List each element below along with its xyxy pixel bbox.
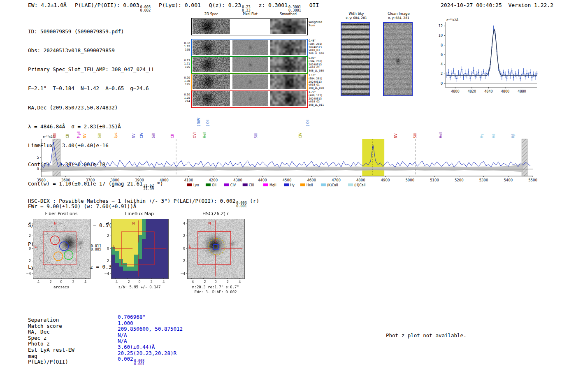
svg-text:4000: 4000 [160, 178, 169, 182]
svg-text:Lineflux Map: Lineflux Map [125, 211, 154, 216]
svg-text:s/b: 5.95 +/- 0.147: s/b: 5.95 +/- 0.147 [118, 285, 161, 289]
with-sky-title: With Sky [339, 12, 373, 16]
fiber-annotation-line: 20240513 [309, 97, 330, 100]
fiber-annotation-line: 308_LL_030 [309, 86, 330, 90]
svg-text:Lyα: Lyα [114, 132, 118, 138]
svg-text:0: 0 [29, 247, 31, 251]
svg-text:−4: −4 [189, 280, 194, 284]
svg-text:e⁻¹⁷x2Å: e⁻¹⁷x2Å [446, 18, 459, 22]
cutout-row-annotation: 0.95"(684, 281)20240513v018_02308_LL_030 [309, 56, 330, 72]
plae-poii-value: P(LAE)/P(OII): 0.0030.0050.002 [75, 2, 151, 8]
svg-text:−2: −2 [180, 259, 185, 263]
svg-text:0: 0 [37, 167, 39, 171]
fiber-weight-value: 0.32 [176, 42, 190, 45]
cutout-row-border [191, 56, 308, 74]
match-table-row: mag20.25(20.23,20.28)R [28, 353, 183, 359]
fiber-weight-value: 195 [176, 48, 190, 51]
weighted-sum-label-line: Weighted [309, 21, 328, 24]
svg-text:N: N [208, 221, 211, 225]
2d-spec-image [193, 74, 230, 89]
svg-text:−4: −4 [35, 280, 39, 284]
svg-text:EWr: 3. PLAE: 0.002: EWr: 3. PLAE: 0.002 [195, 290, 237, 294]
line-fit-plot: 02468101248004820484048604880e⁻¹⁷x2Å [424, 16, 547, 99]
cutout-row-annotation: 1.75"(488, 112)20240513v018_02308_LL_011 [309, 90, 330, 107]
fiber-annotation-line: v018_02 [309, 66, 330, 69]
fiber-positions-overlay: Fiber Positions−4−4−2−2002244arcsecsNE [25, 209, 99, 299]
svg-text:CII: CII [171, 134, 174, 138]
svg-text:4: 4 [163, 280, 165, 284]
fiber-annotation-line: 0.46" [309, 39, 330, 42]
svg-text:4: 4 [107, 222, 109, 225]
svg-text:( SiIV: ( SiIV [197, 118, 201, 126]
fiber-annotation-line: 20240513 [309, 63, 330, 66]
svg-text:5400: 5400 [504, 178, 513, 182]
svg-text:Hδ: Hδ [492, 134, 496, 138]
weighted-sum-label-line: Sum [309, 24, 328, 27]
svg-text:SiII: SiII [152, 133, 156, 138]
svg-text:( OII: ( OII [306, 119, 310, 126]
svg-text:4860: 4860 [501, 90, 509, 93]
match-table-label: Match score [28, 323, 118, 329]
match-table-row: Separation0.706968" [28, 317, 183, 323]
svg-text:10: 10 [35, 144, 39, 148]
svg-text:−2: −2 [47, 280, 52, 284]
svg-text:0: 0 [107, 247, 109, 251]
svg-text:5100: 5100 [430, 178, 439, 182]
svg-text:4100: 4100 [184, 178, 193, 182]
cutout-row-border [191, 39, 308, 56]
fiber-annotation-line: 0.95" [309, 56, 330, 60]
pixel-flat-image [232, 57, 268, 72]
fiber-weight-value: 1.25 [176, 96, 190, 100]
svg-text:6: 6 [441, 53, 443, 57]
report-datetime: 2024-10-27 00:40:25 [441, 2, 502, 8]
svg-text:4820: 4820 [468, 90, 476, 93]
svg-text:Fiber Positions: Fiber Positions [45, 211, 78, 216]
fiber-annotation-line: (684, 281) [309, 77, 330, 80]
svg-text:4500: 4500 [283, 178, 292, 182]
svg-text:Lyα: Lyα [193, 183, 199, 187]
match-table-value: 0.706968" [118, 314, 146, 320]
svg-text:NV: NV [83, 133, 87, 138]
fiber-weight-value: 1.52 [176, 45, 190, 48]
fiber-annotation-line: 308_LL_030 [309, 52, 330, 55]
svg-text:2: 2 [441, 72, 443, 76]
match-table-label: P(LAE)/P(OII) [28, 359, 118, 365]
summary-obs: Obs: 20240513v018_5090079859 [28, 47, 163, 53]
svg-text:4400: 4400 [258, 178, 267, 182]
svg-text:2: 2 [107, 234, 109, 238]
svg-text:4300: 4300 [233, 178, 242, 182]
match-table-label: Est LyA rest-EW [28, 347, 118, 353]
match-table-row: P(LAE)/P(OII)0.0020.0030.001 [28, 359, 183, 365]
svg-text:−4: −4 [104, 272, 109, 276]
svg-text:MgII: MgII [77, 131, 81, 138]
svg-text:MgII: MgII [269, 183, 276, 187]
column-header-2d-spec: 2D Spec [192, 12, 231, 16]
report-version: Version 1.22.2 [508, 2, 553, 8]
svg-text:12: 12 [439, 24, 443, 28]
qz-value: Q(z): 0.230.230.23 [209, 2, 251, 8]
column-header-pixel-flat: Pixel Flat [232, 12, 269, 16]
match-table-value: 0.002 [118, 356, 133, 362]
hsc-cutout-panel: HSC(26.2) r−4−4−2−2002244m:20.3 re:1.7" … [179, 209, 253, 299]
svg-text:−4: −4 [113, 280, 118, 284]
cutout-row-annotation: 1.18"(684, 281)20240513v018_01308_LL_030 [309, 74, 330, 90]
match-table-row: Spec zN/A [28, 335, 183, 341]
svg-text:SiII: SiII [98, 133, 102, 138]
weighted-sum-label: WeightedSum [309, 21, 328, 27]
svg-text:Hγ: Hγ [290, 183, 295, 187]
svg-text:3500: 3500 [37, 178, 46, 182]
svg-text:5000: 5000 [405, 178, 414, 182]
svg-text:4800: 4800 [451, 90, 459, 93]
svg-text:5500: 5500 [528, 178, 537, 182]
plae-poii-uncertainty: 0.0050.002 [140, 5, 151, 12]
fiber-annotation-line: 1.18" [309, 74, 330, 77]
svg-text:0: 0 [441, 82, 443, 86]
svg-text:Hβ: Hβ [511, 134, 515, 138]
match-table-row: RA, Dec209.850600, 50.875012 [28, 329, 183, 335]
fiber-weight-value: 0.23 [176, 59, 190, 62]
svg-text:−2: −2 [125, 280, 130, 284]
match-table-value: N/A [118, 338, 127, 344]
svg-text:2: 2 [72, 280, 74, 284]
svg-text:3600: 3600 [61, 178, 70, 182]
svg-text:N: N [132, 221, 135, 225]
